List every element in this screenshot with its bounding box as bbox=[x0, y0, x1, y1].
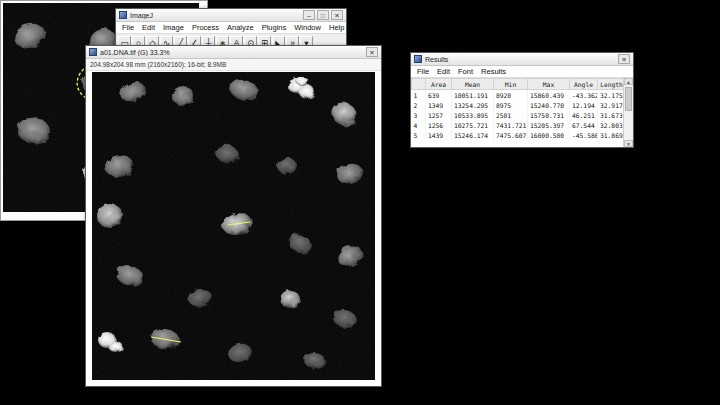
film-grain-overlay bbox=[92, 72, 375, 380]
close-button[interactable]: ✕ bbox=[366, 47, 378, 57]
results-cell: -43.362 bbox=[570, 90, 598, 101]
results-cell: 10533.895 bbox=[452, 110, 494, 120]
menubar-item[interactable]: Process bbox=[188, 23, 223, 32]
results-cell: 32.803 bbox=[598, 120, 626, 130]
results-menubar: FileEditFontResults bbox=[411, 66, 633, 78]
imagej-titlebar[interactable]: ImageJ – □ ✕ bbox=[116, 9, 346, 22]
results-cell: 12.194 bbox=[570, 100, 598, 110]
results-cell: 15246.174 bbox=[452, 130, 494, 140]
results-cell: 7431.721 bbox=[494, 120, 528, 130]
results-cell: 639 bbox=[426, 90, 452, 101]
results-cell: 15860.439 bbox=[528, 90, 570, 101]
results-cell: 1256 bbox=[426, 120, 452, 130]
results-menu-item[interactable]: Edit bbox=[433, 67, 454, 76]
results-column-header: Min bbox=[494, 79, 528, 90]
results-row[interactable]: 163910051.191892015860.439-43.36232.175 bbox=[412, 90, 626, 101]
results-column-header bbox=[412, 79, 426, 90]
results-cell: 5 bbox=[412, 130, 426, 140]
results-cell: 15240.770 bbox=[528, 100, 570, 110]
image-window-a01: a01.DNA.tif (G) 33.3% ✕ 204.98x204.98 mm… bbox=[85, 45, 382, 387]
results-cell: 15750.731 bbox=[528, 110, 570, 120]
results-cell: 46.251 bbox=[570, 110, 598, 120]
results-cell: 13254.295 bbox=[452, 100, 494, 110]
minimize-button[interactable]: – bbox=[303, 10, 315, 20]
results-cell: 16000.500 bbox=[528, 130, 570, 140]
results-row[interactable]: 4125610275.7217431.72115205.39767.54432.… bbox=[412, 120, 626, 130]
image1-window-icon bbox=[89, 48, 97, 56]
results-cell: 1349 bbox=[426, 100, 452, 110]
results-cell: 4 bbox=[412, 120, 426, 130]
imagej-title: ImageJ bbox=[130, 12, 299, 19]
results-cell: 2 bbox=[412, 100, 426, 110]
menubar-item[interactable]: Analyze bbox=[223, 23, 258, 32]
results-cell: 8920 bbox=[494, 90, 528, 101]
results-row[interactable]: 5143915246.1747475.60716000.500-45.58631… bbox=[412, 130, 626, 140]
results-scrollbar[interactable]: ▲ ▼ bbox=[623, 78, 633, 147]
results-window-buttons: ✕ bbox=[618, 54, 630, 64]
results-menu-item[interactable]: Font bbox=[454, 67, 477, 76]
close-button[interactable]: ✕ bbox=[331, 10, 343, 20]
results-cell: 67.544 bbox=[570, 120, 598, 130]
menubar-item[interactable]: Image bbox=[159, 23, 188, 32]
results-menu-item[interactable]: Results bbox=[477, 67, 510, 76]
results-cell: 32.175 bbox=[598, 90, 626, 101]
results-cell: 8975 bbox=[494, 100, 528, 110]
results-cell: 31.869 bbox=[598, 130, 626, 140]
results-column-header: Angle bbox=[570, 79, 598, 90]
results-cell: 10275.721 bbox=[452, 120, 494, 130]
imagej-window-buttons: – □ ✕ bbox=[303, 10, 343, 20]
results-cell: 1439 bbox=[426, 130, 452, 140]
results-table-area: AreaMeanMinMaxAngleLength163910051.19189… bbox=[411, 78, 633, 147]
results-column-header: Max bbox=[528, 79, 570, 90]
results-window: Results ✕ FileEditFontResults AreaMeanMi… bbox=[410, 52, 634, 148]
desktop: ImageJ – □ ✕ FileEditImageProcessAnalyze… bbox=[0, 0, 720, 405]
imagej-menubar: FileEditImageProcessAnalyzePluginsWindow… bbox=[116, 22, 346, 34]
close-button[interactable]: ✕ bbox=[618, 54, 630, 64]
results-cell: 7475.607 bbox=[494, 130, 528, 140]
results-row[interactable]: 2134913254.295897515240.77012.19432.917 bbox=[412, 100, 626, 110]
menubar-item[interactable]: Plugins bbox=[258, 23, 291, 32]
maximize-button[interactable]: □ bbox=[317, 10, 329, 20]
scroll-down-icon[interactable]: ▼ bbox=[624, 140, 633, 147]
image1-window-buttons: ✕ bbox=[366, 47, 378, 57]
microscopy-canvas[interactable] bbox=[92, 72, 375, 380]
results-row[interactable]: 3125710533.895250115750.73146.25131.673 bbox=[412, 110, 626, 120]
menubar-item[interactable]: Edit bbox=[138, 23, 159, 32]
results-cell: 2501 bbox=[494, 110, 528, 120]
results-cell: 10051.191 bbox=[452, 90, 494, 101]
menubar-item[interactable]: File bbox=[118, 23, 138, 32]
results-cell: 3 bbox=[412, 110, 426, 120]
imagej-app-icon bbox=[119, 11, 127, 19]
scroll-up-icon[interactable]: ▲ bbox=[624, 78, 633, 85]
results-table: AreaMeanMinMaxAngleLength163910051.19189… bbox=[411, 78, 626, 140]
results-column-header: Mean bbox=[452, 79, 494, 90]
results-cell: 31.673 bbox=[598, 110, 626, 120]
scrollbar-thumb[interactable] bbox=[625, 87, 632, 111]
results-cell: 15205.397 bbox=[528, 120, 570, 130]
results-cell: -45.586 bbox=[570, 130, 598, 140]
results-cell: 1257 bbox=[426, 110, 452, 120]
results-column-header: Length bbox=[598, 79, 626, 90]
image1-title: a01.DNA.tif (G) 33.3% bbox=[100, 49, 362, 56]
results-cell: 1 bbox=[412, 90, 426, 101]
image1-info-line: 204.98x204.98 mm (2160x2160); 16-bit; 8.… bbox=[86, 59, 381, 71]
results-cell: 32.917 bbox=[598, 100, 626, 110]
results-titlebar[interactable]: Results ✕ bbox=[411, 53, 633, 66]
results-column-header: Area bbox=[426, 79, 452, 90]
menubar-item[interactable]: Help bbox=[325, 23, 348, 32]
image1-titlebar[interactable]: a01.DNA.tif (G) 33.3% ✕ bbox=[86, 46, 381, 59]
microscopy-image bbox=[92, 72, 375, 380]
results-menu-item[interactable]: File bbox=[413, 67, 433, 76]
results-window-icon bbox=[414, 55, 422, 63]
results-title: Results bbox=[425, 56, 614, 63]
menubar-item[interactable]: Window bbox=[290, 23, 325, 32]
